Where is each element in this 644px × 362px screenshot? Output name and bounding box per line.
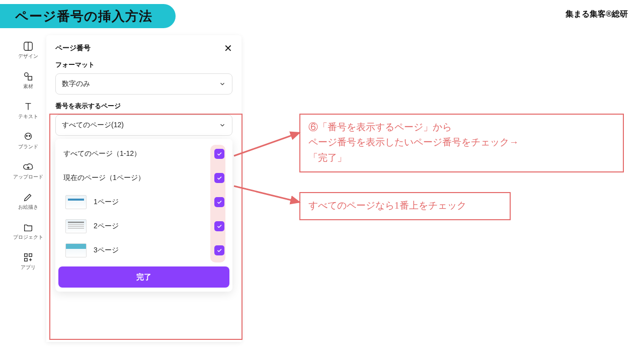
option-label: 1ページ [94, 198, 214, 207]
annotation-callout-2: すべてのページなら1番上をチェック [299, 192, 511, 220]
svg-rect-7 [25, 254, 28, 257]
page-thumbnail [65, 219, 87, 233]
svg-rect-9 [25, 258, 28, 261]
side-rail: デザイン 素材 テキスト ブランド アップロード お絵描き プロジェクト アプ [10, 35, 46, 342]
side-label: テキスト [18, 113, 38, 120]
svg-point-2 [25, 73, 28, 76]
side-label: ブランド [18, 143, 38, 150]
option-all-pages[interactable]: すべてのページ（1-12） [58, 142, 229, 166]
option-page-2[interactable]: 2ページ [58, 214, 229, 238]
svg-point-5 [26, 135, 27, 136]
option-label: 3ページ [94, 246, 214, 255]
chevron-down-icon [219, 80, 226, 87]
side-draw[interactable]: お絵描き [10, 186, 46, 216]
page-thumbnail [65, 195, 87, 209]
format-value: 数字のみ [62, 79, 90, 88]
editor-area: デザイン 素材 テキスト ブランド アップロード お絵描き プロジェクト アプ [10, 35, 242, 342]
checkbox-checked-icon[interactable] [214, 221, 224, 231]
pages-dropdown: すべてのページ（1-12） 現在のページ（1ページ） 1ページ 2ページ [55, 139, 232, 292]
panel-title: ページ番号 [55, 44, 91, 53]
brand-icon [23, 131, 34, 142]
side-label: プロジェクト [13, 234, 43, 241]
annotation-callout-1: ⑥「番号を表示するページ」から ページ番号を表示したいページ番号をチェック→ 「… [299, 114, 624, 172]
layout-icon [23, 41, 34, 52]
format-label: フォーマット [55, 60, 232, 69]
page-number-panel: ページ番号 ✕ フォーマット 数字のみ 番号を表示するページ すべてのページ(1… [46, 35, 242, 342]
chevron-down-icon [219, 122, 226, 129]
checkbox-checked-icon[interactable] [214, 149, 224, 159]
svg-rect-3 [28, 76, 32, 80]
option-label: すべてのページ（1-12） [63, 149, 214, 158]
shapes-icon [23, 71, 34, 82]
brand-label: 集まる集客®総研 [566, 9, 628, 20]
page-title-pill: ページ番号の挿入方法 [0, 4, 176, 28]
checkbox-checked-icon[interactable] [214, 173, 224, 183]
side-label: 素材 [23, 83, 33, 90]
pages-select[interactable]: すべてのページ(12) [55, 115, 232, 136]
page-title: ページ番号の挿入方法 [15, 8, 152, 25]
option-page-1[interactable]: 1ページ [58, 190, 229, 214]
side-elements[interactable]: 素材 [10, 65, 46, 96]
close-icon[interactable]: ✕ [224, 43, 232, 53]
done-button[interactable]: 完了 [58, 266, 229, 288]
side-brand[interactable]: ブランド [10, 126, 46, 156]
side-upload[interactable]: アップロード [10, 156, 46, 186]
svg-rect-8 [29, 254, 32, 257]
option-page-3[interactable]: 3ページ [58, 238, 229, 262]
side-label: アップロード [13, 173, 43, 180]
folder-icon [23, 222, 34, 233]
svg-point-4 [25, 133, 32, 140]
option-label: 現在のページ（1ページ） [63, 173, 214, 183]
side-label: お絵描き [18, 204, 38, 211]
pages-label: 番号を表示するページ [55, 102, 232, 111]
side-label: アプリ [21, 264, 36, 271]
checkbox-checked-icon[interactable] [214, 197, 224, 207]
apps-grid-icon [23, 252, 34, 263]
side-text[interactable]: テキスト [10, 96, 46, 126]
format-select[interactable]: 数字のみ [55, 73, 232, 95]
option-current-page[interactable]: 現在のページ（1ページ） [58, 166, 229, 190]
option-label: 2ページ [94, 222, 214, 231]
text-icon [23, 101, 34, 112]
pages-value: すべてのページ(12) [62, 121, 124, 130]
checkbox-checked-icon[interactable] [214, 245, 224, 255]
side-label: デザイン [18, 53, 38, 60]
svg-point-6 [29, 135, 30, 136]
side-design[interactable]: デザイン [10, 35, 46, 65]
page-thumbnail [65, 243, 87, 257]
side-apps[interactable]: アプリ [10, 246, 46, 277]
svg-line-11 [234, 186, 299, 202]
cloud-upload-icon [23, 161, 34, 172]
pencil-icon [23, 192, 34, 203]
side-project[interactable]: プロジェクト [10, 216, 46, 246]
svg-line-10 [234, 133, 299, 156]
